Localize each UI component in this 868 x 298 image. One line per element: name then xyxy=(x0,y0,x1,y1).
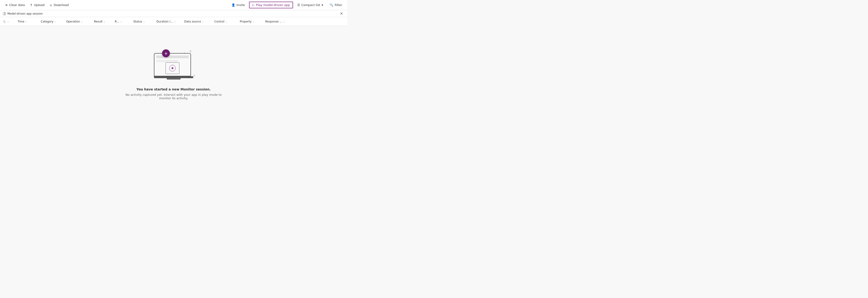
upload-icon: ↑ xyxy=(30,3,33,7)
col-header-property[interactable]: Property ⌄ xyxy=(238,17,264,26)
session-label: Model-driven app session xyxy=(7,12,43,15)
filter-button[interactable]: 🔍 Filter xyxy=(327,2,344,8)
col-datasource-chevron-icon: ⌄ xyxy=(202,20,204,23)
col-r-chevron-icon: ⌄ xyxy=(120,20,122,23)
toolbar: ✕ Clear data ↑ Upload ↓ Download 👤 Invit… xyxy=(0,0,347,10)
col-id-label: I.. xyxy=(4,20,6,23)
session-close-button[interactable]: ✕ xyxy=(339,11,344,16)
col-r-label: R... xyxy=(115,20,119,23)
col-header-time[interactable]: Time ⌄ xyxy=(16,17,39,26)
col-control-label: Control xyxy=(214,20,224,23)
col-header-duration[interactable]: Duration (... ⌄ xyxy=(155,17,182,26)
download-label: Download xyxy=(54,3,69,7)
play-model-driven-button[interactable]: ▷ Play model-driven app xyxy=(249,2,293,8)
clear-data-button[interactable]: ✕ Clear data xyxy=(3,2,27,8)
col-header-id[interactable]: I.. ⌄ xyxy=(2,17,16,26)
compact-list-label: Compact list xyxy=(301,3,320,7)
session-bar: i Model-driven app session ✕ xyxy=(0,10,347,17)
col-result-chevron-icon: ⌄ xyxy=(103,20,105,23)
clear-data-icon: ✕ xyxy=(5,3,8,7)
toolbar-right: 👤 Invite ▷ Play model-driven app ☰ Compa… xyxy=(229,2,344,8)
clear-data-label: Clear data xyxy=(9,3,25,7)
empty-illustration: + | — + + xyxy=(148,45,199,82)
col-duration-chevron-icon: ⌄ xyxy=(174,20,176,23)
col-response-chevron-icon: ⌄ xyxy=(283,20,285,23)
col-header-response[interactable]: Response ... ⌄ xyxy=(264,17,293,26)
col-duration-label: Duration (... xyxy=(156,20,173,23)
deco-plus-1: + xyxy=(189,49,192,53)
filter-icon: 🔍 xyxy=(330,3,333,7)
toolbar-left: ✕ Clear data ↑ Upload ↓ Download xyxy=(3,2,228,8)
invite-button[interactable]: 👤 Invite xyxy=(229,2,247,8)
col-operation-chevron-icon: ⌄ xyxy=(81,20,83,23)
column-headers: I.. ⌄ Time ⌄ Category ⌄ Operation ⌄ Resu… xyxy=(0,17,347,26)
download-button[interactable]: ↓ Download xyxy=(47,2,71,8)
play-icon: ▷ xyxy=(252,3,255,7)
col-category-chevron-icon: ⌄ xyxy=(54,20,56,23)
col-time-label: Time xyxy=(18,20,24,23)
col-header-category[interactable]: Category ⌄ xyxy=(39,17,64,26)
col-header-r[interactable]: R... ⌄ xyxy=(113,17,131,26)
col-id-chevron-icon: ⌄ xyxy=(7,20,9,23)
play-circle xyxy=(169,65,176,72)
col-response-label: Response ... xyxy=(265,20,282,23)
info-icon: i xyxy=(3,12,6,15)
laptop-screen-bar1 xyxy=(156,55,189,58)
filter-label: Filter xyxy=(335,3,342,7)
deco-plus-2: + xyxy=(193,74,195,77)
empty-state-title: You have started a new Monitor session. xyxy=(136,87,211,91)
col-operation-label: Operation xyxy=(66,20,80,23)
empty-state-subtitle: No activity captured yet. Interact with … xyxy=(125,93,222,100)
col-status-label: Status xyxy=(133,20,142,23)
play-triangle-icon xyxy=(172,67,174,69)
laptop-screen xyxy=(154,53,191,76)
col-property-chevron-icon: ⌄ xyxy=(252,20,254,23)
laptop-screen-bar2 xyxy=(156,60,178,62)
col-header-result[interactable]: Result ⌄ xyxy=(92,17,113,26)
play-model-driven-label: Play model-driven app xyxy=(256,3,290,7)
invite-label: Invite xyxy=(237,3,245,7)
laptop-illustration xyxy=(154,53,193,80)
empty-state: + | — + + You have started a new Monitor… xyxy=(0,26,347,114)
col-datasource-label: Data source xyxy=(184,20,201,23)
laptop-play-area xyxy=(165,62,179,74)
col-time-chevron-icon: ⌄ xyxy=(25,20,27,23)
download-icon: ↓ xyxy=(50,3,52,7)
upload-label: Upload xyxy=(34,3,45,7)
laptop-base xyxy=(154,76,193,78)
laptop-stand xyxy=(167,78,181,80)
list-icon: ☰ xyxy=(297,3,300,7)
plus-badge: + xyxy=(162,49,170,57)
col-header-status[interactable]: Status ⌄ xyxy=(131,17,155,26)
col-header-operation[interactable]: Operation ⌄ xyxy=(64,17,92,26)
compact-list-button[interactable]: ☰ Compact list ▾ xyxy=(295,2,326,8)
col-result-label: Result xyxy=(94,20,102,23)
col-status-chevron-icon: ⌄ xyxy=(143,20,145,23)
person-icon: 👤 xyxy=(231,3,235,7)
compact-list-chevron-icon: ▾ xyxy=(321,3,323,7)
col-header-control[interactable]: Control ⌄ xyxy=(213,17,238,26)
col-property-label: Property xyxy=(240,20,252,23)
col-control-chevron-icon: ⌄ xyxy=(225,20,227,23)
upload-button[interactable]: ↑ Upload xyxy=(28,2,47,8)
col-category-label: Category xyxy=(41,20,54,23)
col-header-datasource[interactable]: Data source ⌄ xyxy=(182,17,213,26)
